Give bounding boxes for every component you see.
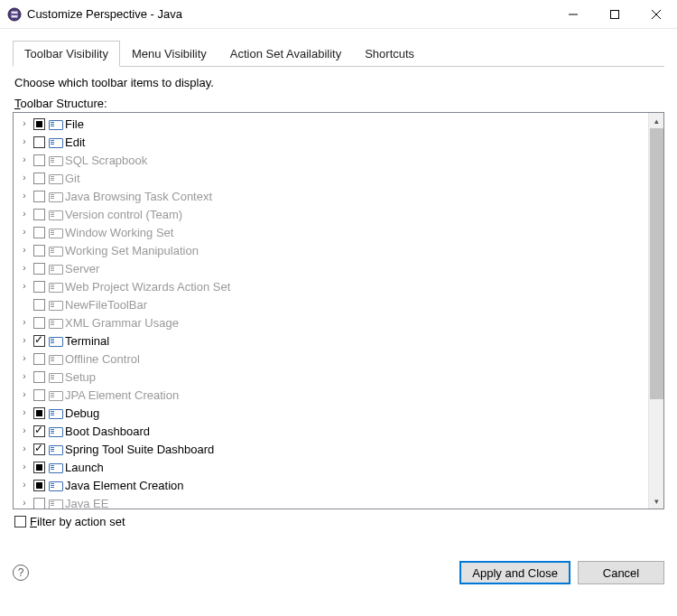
tree-checkbox[interactable]	[33, 118, 45, 130]
tree-row[interactable]: ›Boot Dashboard	[14, 422, 648, 440]
tree-checkbox[interactable]	[33, 136, 45, 148]
tree-checkbox[interactable]	[33, 407, 45, 419]
toolbar-icon	[49, 390, 61, 400]
expander-icon[interactable]: ›	[19, 335, 30, 346]
toolbar-icon	[49, 354, 61, 364]
tree-row[interactable]: ›Window Working Set	[14, 223, 648, 241]
filter-checkbox[interactable]	[14, 516, 26, 527]
tree-checkbox[interactable]	[33, 154, 45, 166]
tree-row[interactable]: ›Git	[14, 169, 648, 187]
minimize-button[interactable]	[552, 0, 594, 29]
tree-checkbox[interactable]	[33, 209, 45, 220]
tree-row[interactable]: ›Setup	[14, 368, 648, 386]
expander-icon[interactable]: ›	[19, 371, 30, 382]
tree-checkbox[interactable]	[33, 263, 45, 275]
apply-and-close-button[interactable]: Apply and Close	[459, 561, 570, 584]
cancel-button[interactable]: Cancel	[578, 561, 664, 584]
tab-menu-visibility[interactable]: Menu Visibility	[120, 41, 218, 67]
tree-row[interactable]: ›Edit	[14, 133, 648, 151]
expander-icon[interactable]: ›	[19, 462, 30, 472]
toolbar-icon	[49, 173, 61, 183]
toolbar-icon	[49, 264, 61, 274]
toolbar-icon	[49, 426, 61, 436]
tree-checkbox[interactable]	[33, 281, 45, 293]
tree-row[interactable]: ›Launch	[14, 458, 648, 476]
toolbar-icon	[49, 462, 61, 472]
tree-item-label: Launch	[65, 461, 104, 474]
tree-checkbox[interactable]	[33, 245, 45, 257]
expander-icon[interactable]: ›	[19, 191, 30, 201]
tab-toolbar-visibility[interactable]: Toolbar Visibility	[13, 41, 120, 67]
expander-icon[interactable]: ›	[19, 353, 30, 364]
tree-checkbox[interactable]	[33, 173, 45, 184]
tree-row[interactable]: ›Working Set Manipulation	[14, 241, 648, 259]
expander-icon[interactable]: ›	[19, 263, 30, 274]
tree-row[interactable]: ›Web Project Wizards Action Set	[14, 277, 648, 295]
tree-checkbox[interactable]	[33, 389, 45, 401]
tree-row[interactable]: ›Debug	[14, 404, 648, 422]
scrollbar[interactable]: ▴ ▾	[648, 113, 663, 509]
expander-icon[interactable]: ›	[19, 245, 30, 256]
tree-checkbox[interactable]	[33, 191, 45, 202]
help-button[interactable]: ?	[13, 565, 29, 581]
tree-row[interactable]: ›File	[14, 115, 648, 133]
tab-action-set-availability[interactable]: Action Set Availability	[218, 41, 353, 67]
tab-shortcuts[interactable]: Shortcuts	[353, 41, 426, 67]
tab-description: Choose which toolbar items to display.	[13, 67, 664, 95]
tree-checkbox[interactable]	[33, 353, 45, 365]
tree-row[interactable]: ›Server	[14, 259, 648, 277]
tree-row[interactable]: ›JPA Element Creation	[14, 386, 648, 404]
tree-checkbox[interactable]	[33, 462, 45, 473]
expander-icon[interactable]: ›	[19, 136, 30, 147]
expander-icon[interactable]: ›	[19, 281, 30, 292]
tree-checkbox[interactable]	[33, 480, 45, 491]
expander-icon[interactable]: ›	[19, 498, 30, 509]
tree-item-label: Java Element Creation	[65, 479, 184, 492]
tree-item-label: Version control (Team)	[65, 208, 182, 221]
tree-row[interactable]: ›Spring Tool Suite Dashboard	[14, 440, 648, 458]
tree-item-label: Debug	[65, 406, 99, 420]
expander-icon[interactable]: ›	[19, 118, 30, 129]
tree-row[interactable]: ›Java Browsing Task Context	[14, 187, 648, 205]
tree-checkbox[interactable]	[33, 443, 45, 455]
tree-row[interactable]: ›Java EE	[14, 494, 648, 509]
tree-row[interactable]: ›Java Element Creation	[14, 476, 648, 494]
expander-icon[interactable]: ›	[19, 443, 30, 454]
tree-row[interactable]: ›XML Grammar Usage	[14, 313, 648, 331]
close-button[interactable]	[635, 0, 677, 29]
app-icon	[7, 7, 22, 22]
tree-checkbox[interactable]	[33, 498, 45, 509]
tree-row[interactable]: ›SQL Scrapbook	[14, 151, 648, 169]
expander-icon[interactable]: ›	[19, 425, 30, 436]
scroll-up-icon[interactable]: ▴	[649, 113, 664, 128]
tree-checkbox[interactable]	[33, 299, 45, 311]
expander-icon[interactable]: ›	[19, 154, 30, 165]
tree-checkbox[interactable]	[33, 317, 45, 329]
toolbar-icon	[49, 499, 61, 509]
expander-icon[interactable]: ›	[19, 209, 30, 219]
expander-icon[interactable]: ›	[19, 173, 30, 183]
tree-checkbox[interactable]	[33, 335, 45, 347]
expander-icon[interactable]: ›	[19, 389, 30, 400]
tree-item-label: Java Browsing Task Context	[65, 190, 212, 203]
expander-icon[interactable]: ›	[19, 407, 30, 418]
titlebar: Customize Perspective - Java	[0, 0, 677, 29]
tree-row[interactable]: ›Terminal	[14, 331, 648, 350]
tree-row[interactable]: ›Offline Control	[14, 350, 648, 368]
maximize-button[interactable]	[594, 0, 635, 29]
tree-label: Toolbar Structure:	[13, 95, 664, 112]
expander-icon[interactable]: ›	[19, 227, 30, 238]
tree-checkbox[interactable]	[33, 227, 45, 238]
scrollbar-thumb[interactable]	[650, 128, 663, 399]
scroll-down-icon[interactable]: ▾	[649, 493, 664, 509]
expander-icon[interactable]: ›	[19, 317, 30, 328]
tree-row[interactable]: NewFileToolBar	[14, 295, 648, 313]
toolbar-icon	[49, 336, 61, 346]
tree-checkbox[interactable]	[33, 425, 45, 437]
toolbar-tree[interactable]: ›File›Edit›SQL Scrapbook›Git›Java Browsi…	[14, 113, 648, 509]
tree-row[interactable]: ›Version control (Team)	[14, 205, 648, 223]
tree-checkbox[interactable]	[33, 371, 45, 383]
tree-item-label: Edit	[65, 135, 85, 149]
tree-item-label: Git	[65, 172, 80, 185]
expander-icon[interactable]: ›	[19, 480, 30, 490]
